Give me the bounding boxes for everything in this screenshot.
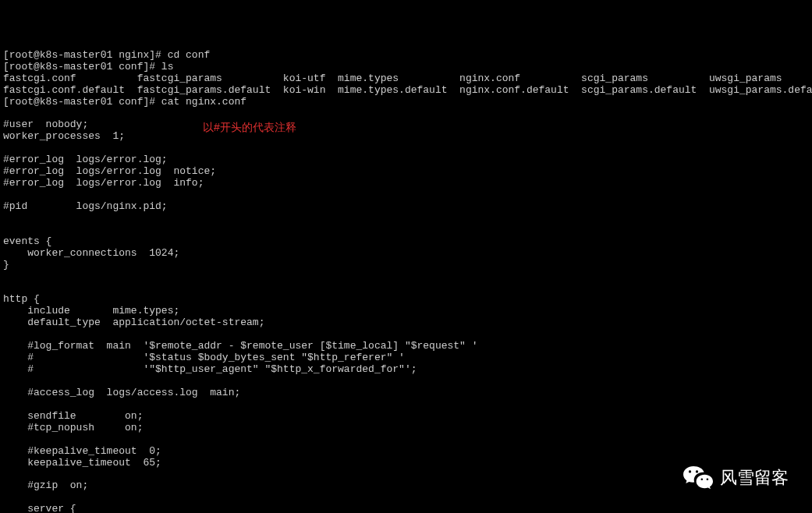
terminal-line: # '"$http_user_agent" "$http_x_forwarded… xyxy=(3,364,809,376)
watermark: 风雪留客 xyxy=(683,465,789,491)
terminal-line: include mime.types; xyxy=(3,306,809,317)
terminal-output[interactable]: [root@k8s-master01 nginx]# cd conf[root@… xyxy=(3,50,809,513)
terminal-line: #tcp_nopush on; xyxy=(3,423,809,434)
terminal-line: [root@k8s-master01 nginx]# cd conf xyxy=(3,50,809,62)
terminal-line: #access_log logs/access.log main; xyxy=(3,387,809,399)
terminal-line: [root@k8s-master01 conf]# ls xyxy=(3,62,809,73)
terminal-line: fastcgi.conf fastcgi_params koi-utf mime… xyxy=(3,73,809,85)
terminal-line: worker_processes 1; xyxy=(3,131,809,143)
terminal-line xyxy=(3,399,809,411)
terminal-line xyxy=(3,271,809,283)
terminal-line: sendfile on; xyxy=(3,411,809,423)
terminal-line: #user nobody; xyxy=(3,119,809,131)
terminal-line: #pid logs/nginx.pid; xyxy=(3,201,809,213)
terminal-line: # '$status $body_bytes_sent "$http_refer… xyxy=(3,352,809,364)
terminal-line xyxy=(3,492,809,504)
terminal-line xyxy=(3,213,809,225)
terminal-line: #keepalive_timeout 0; xyxy=(3,446,809,458)
comment-annotation: 以#开头的代表注释 xyxy=(203,121,296,133)
terminal-line xyxy=(3,108,809,119)
terminal-line: #error_log logs/error.log info; xyxy=(3,178,809,189)
terminal-line: worker_connections 1024; xyxy=(3,248,809,260)
terminal-line xyxy=(3,225,809,236)
terminal-line xyxy=(3,434,809,446)
wechat-icon xyxy=(683,465,714,491)
terminal-line: } xyxy=(3,260,809,271)
terminal-line: events { xyxy=(3,236,809,248)
terminal-line: default_type application/octet-stream; xyxy=(3,317,809,329)
terminal-line xyxy=(3,329,809,341)
watermark-text: 风雪留客 xyxy=(720,468,789,487)
terminal-line: #error_log logs/error.log; xyxy=(3,154,809,166)
terminal-line: server { xyxy=(3,504,809,513)
terminal-line: http { xyxy=(3,294,809,306)
terminal-line xyxy=(3,143,809,154)
terminal-line: fastcgi.conf.default fastcgi_params.defa… xyxy=(3,85,809,97)
terminal-line: [root@k8s-master01 conf]# cat nginx.conf xyxy=(3,97,809,108)
terminal-line xyxy=(3,283,809,295)
terminal-line xyxy=(3,189,809,201)
terminal-line: #error_log logs/error.log notice; xyxy=(3,166,809,178)
terminal-line: #log_format main '$remote_addr - $remote… xyxy=(3,341,809,352)
terminal-line xyxy=(3,376,809,387)
